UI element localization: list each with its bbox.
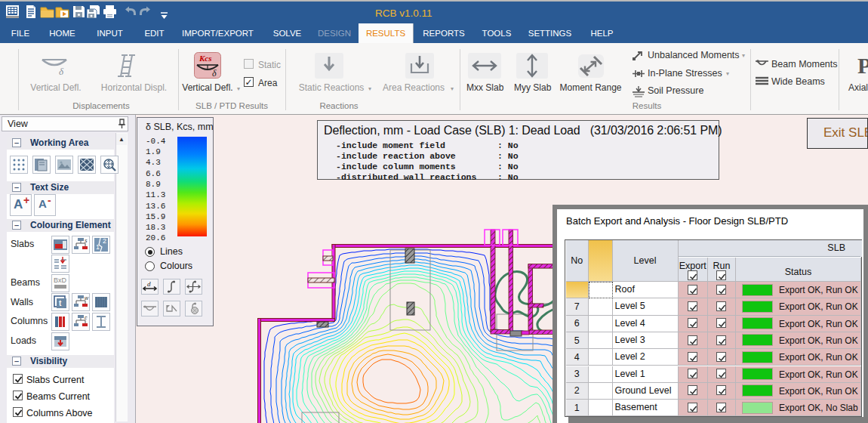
svg-text:δ: δ: [59, 66, 64, 77]
svg-text:2: 2: [103, 237, 106, 245]
svg-text:c: c: [85, 315, 88, 320]
svg-text:d: d: [147, 280, 151, 288]
svg-text:δ: δ: [212, 68, 217, 79]
svg-text:1: 1: [96, 243, 100, 251]
svg-text:BxD: BxD: [54, 276, 67, 284]
svg-text:s: s: [85, 238, 88, 243]
svg-text:Kcs: Kcs: [199, 54, 212, 63]
svg-text:w: w: [85, 295, 89, 301]
